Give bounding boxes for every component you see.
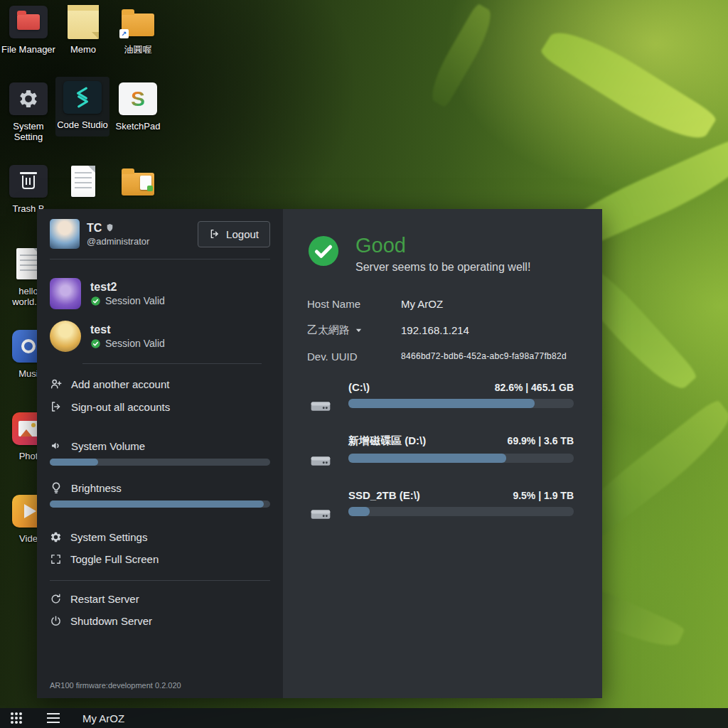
taskbar-title[interactable]: My ArOZ: [82, 712, 124, 724]
account-row-test[interactable]: test Session Valid: [50, 321, 270, 352]
apps-grid-icon[interactable]: [6, 708, 27, 728]
divider: [82, 363, 262, 364]
desktop-icon-label: Code Studio: [55, 120, 109, 131]
account-row-test2[interactable]: test2 Session Valid: [50, 278, 270, 309]
desktop-icon-code-studio[interactable]: Code Studio: [55, 77, 109, 136]
desktop-icon-label: System Setting: [1, 122, 55, 143]
desktop-icon-sketchpad[interactable]: S SketchPad: [111, 78, 165, 132]
disk-usage: 69.9% | 3.6 TB: [508, 435, 574, 446]
hdd-icon: [307, 399, 348, 415]
add-account-label: Add another account: [71, 378, 169, 390]
sketchpad-icon: S: [119, 82, 157, 115]
server-status-panel: Good Server seems to be operating well! …: [283, 209, 602, 698]
gear-icon: [50, 531, 62, 543]
status-check-icon: [307, 235, 340, 267]
desktop-icon-label: Memo: [56, 45, 110, 55]
desktop-icon-memo[interactable]: Memo: [56, 1, 110, 55]
current-user-header: TC @administrator Logout: [50, 219, 270, 249]
user-handle: @administrator: [87, 236, 191, 247]
logout-label: Logout: [226, 228, 259, 240]
shutdown-server-label: Shutdown Server: [70, 615, 152, 627]
logout-button[interactable]: Logout: [198, 221, 270, 247]
volume-label-row: System Volume: [50, 439, 270, 452]
brightness-slider[interactable]: [50, 500, 270, 508]
desktop: File Manager Memo 油圓喔 System Setting Cod…: [0, 0, 728, 728]
power-icon: [50, 615, 62, 627]
system-settings-label: System Settings: [70, 531, 147, 543]
restart-icon: [50, 593, 62, 605]
add-account-item[interactable]: Add another account: [50, 373, 270, 395]
desktop-icon-label: File Manager: [1, 45, 55, 55]
brightness-label-row: Brightness: [50, 481, 270, 494]
restart-server-label: Restart Server: [70, 593, 139, 605]
restart-server-item[interactable]: Restart Server: [50, 588, 270, 610]
fullscreen-icon: [50, 553, 62, 565]
server-info: Host Name My ArOZ 乙太網路 192.168.1.214 Dev…: [307, 298, 574, 363]
uuid-value: 8466bd72-bdb6-452a-abc9-fa98a77fb82d: [401, 351, 574, 361]
toggle-fullscreen-item[interactable]: Toggle Full Screen: [50, 548, 270, 570]
system-settings-item[interactable]: System Settings: [50, 526, 270, 548]
disk-name: SSD_2TB (E:\): [348, 489, 420, 501]
hostname-label: Host Name: [307, 298, 401, 310]
disk-usage-bar: [348, 399, 574, 408]
desktop-icon-label: SketchPad: [111, 122, 165, 132]
account-name: test2: [90, 281, 165, 294]
volume-slider[interactable]: [50, 459, 270, 466]
session-status: Session Valid: [105, 295, 165, 306]
hostname-value: My ArOZ: [401, 298, 574, 310]
status-title: Good: [355, 235, 530, 257]
foliage-decoration: [424, 3, 499, 108]
disk-list: (C:\) 82.6% | 465.1 GB 新增磁碟區 (D:\) 69.9%…: [307, 381, 574, 523]
shortcut-arrow-icon: [119, 29, 129, 38]
account-avatar: [50, 321, 81, 352]
network-interface-dropdown[interactable]: 乙太網路: [307, 323, 350, 337]
server-status-header: Good Server seems to be operating well!: [307, 235, 574, 274]
menu-hamburger-icon[interactable]: [43, 708, 64, 728]
desktop-icon-folder-document[interactable]: [111, 161, 165, 204]
user-avatar[interactable]: [50, 219, 80, 249]
check-circle-icon: [90, 338, 101, 349]
disk-usage: 82.6% | 465.1 GB: [495, 382, 574, 393]
divider: [50, 580, 270, 581]
hostname-row: Host Name My ArOZ: [307, 298, 574, 310]
taskbar: My ArOZ: [0, 708, 728, 728]
trash-icon: [9, 165, 48, 198]
gear-icon: [9, 82, 48, 115]
desktop-icon-document[interactable]: [56, 161, 110, 204]
file-manager-icon: [9, 6, 48, 38]
desktop-icon-folder-shortcut[interactable]: 油圓喔: [111, 1, 165, 55]
signout-all-item[interactable]: Sign-out all accounts: [50, 395, 270, 418]
desktop-icon-trash[interactable]: Trash B: [1, 161, 55, 215]
disk-row-e: SSD_2TB (E:\) 9.5% | 1.9 TB: [307, 489, 574, 523]
desktop-icon-system-setting[interactable]: System Setting: [1, 78, 55, 143]
disk-usage-bar: [348, 454, 574, 463]
hdd-icon: [307, 454, 348, 470]
sign-out-icon: [50, 400, 63, 413]
desktop-icon-file-manager[interactable]: File Manager: [1, 1, 55, 55]
memo-icon: [68, 5, 99, 39]
volume-label: System Volume: [71, 440, 145, 452]
person-plus-icon: [50, 378, 63, 390]
chevron-down-icon[interactable]: [355, 326, 363, 334]
status-subtitle: Server seems to be operating well!: [355, 261, 530, 274]
firmware-version: AR100 firmware:development 0.2.020: [50, 674, 270, 690]
folder-shortcut-icon: [122, 14, 154, 36]
disk-name: (C:\): [348, 381, 370, 393]
username: TC: [87, 222, 102, 235]
volume-block: System Volume: [50, 439, 270, 466]
code-studio-icon: [63, 81, 102, 114]
disk-row-d: 新增磁碟區 (D:\) 69.9% | 3.6 TB: [307, 434, 574, 470]
session-status: Session Valid: [105, 338, 165, 349]
ip-address-value: 192.168.1.214: [401, 324, 574, 336]
user-menu-panel: TC @administrator Logout test2: [37, 209, 283, 698]
document-icon: [71, 166, 95, 197]
disk-name: 新增磁碟區 (D:\): [348, 434, 426, 448]
disk-usage-bar: [348, 507, 574, 516]
brightness-block: Brightness: [50, 481, 270, 508]
shutdown-server-item[interactable]: Shutdown Server: [50, 610, 270, 632]
brightness-label: Brightness: [71, 482, 122, 494]
folder-document-icon: [122, 173, 154, 196]
network-row: 乙太網路 192.168.1.214: [307, 323, 574, 337]
check-circle-icon: [90, 296, 101, 306]
shield-icon: [105, 223, 114, 232]
